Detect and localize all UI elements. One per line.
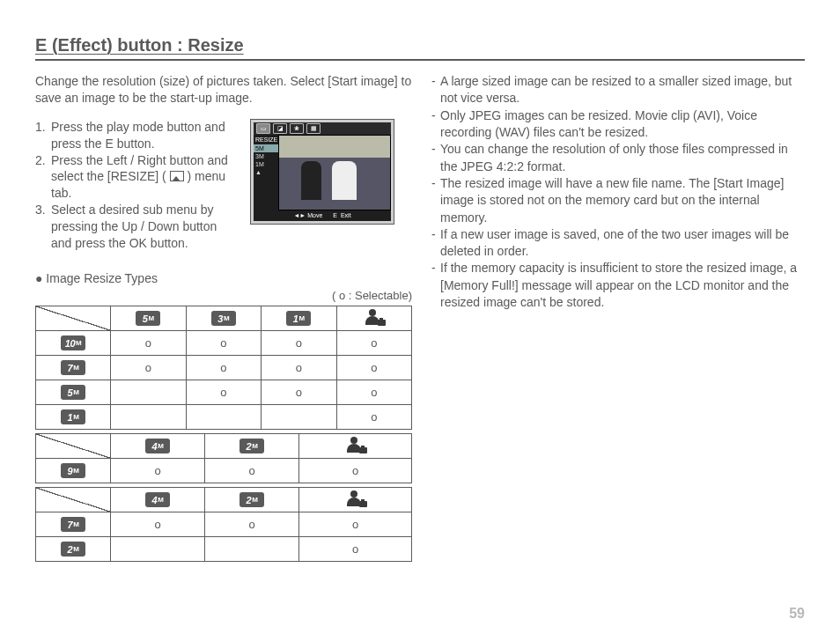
selectable-legend: ( o : Selectable) <box>35 289 412 302</box>
col-1m-icon: 1M <box>262 306 337 330</box>
col-start-image-icon <box>336 306 412 330</box>
table-cell <box>111 404 187 429</box>
col-2m-icon: 2M <box>205 487 299 512</box>
table-cell: o <box>262 330 337 355</box>
table-cell: o <box>111 355 187 380</box>
lcd-option: 1M <box>254 160 278 168</box>
table-cell: o <box>299 458 412 483</box>
col-start-image-icon <box>299 487 412 512</box>
lcd-tab-icon: ▦ <box>306 123 321 134</box>
page-number: 59 <box>789 606 805 622</box>
step-number: 2. <box>35 152 51 203</box>
col-4m-icon: 4M <box>111 487 205 512</box>
row-2m-icon: 2M <box>36 536 111 561</box>
step-text: Press the Left / Right button and select… <box>51 152 238 203</box>
table-cell: o <box>205 512 299 536</box>
table-cell <box>262 404 337 429</box>
table-cell: o <box>262 380 337 404</box>
row-10m-icon: 10M <box>36 330 111 355</box>
lcd-tab-icon: ◪ <box>273 123 287 134</box>
notes-list: -A large sized image can be resized to a… <box>431 73 805 311</box>
table-cell: o <box>299 512 412 536</box>
table-cell: o <box>186 330 262 355</box>
lcd-photo-preview <box>278 135 391 210</box>
step-3: 3. Select a desired sub menu by pressing… <box>35 202 238 252</box>
table-cell: o <box>111 330 187 355</box>
table-cell: o <box>336 404 412 429</box>
diagonal-cell <box>36 306 110 330</box>
note-item: -If the memory capacity is insufficient … <box>431 260 805 311</box>
lcd-option-person-icon: ▲ <box>254 168 278 176</box>
page-title: E (Effect) button : Resize <box>35 35 805 61</box>
table-cell <box>111 536 205 561</box>
row-1m-icon: 1M <box>36 404 111 429</box>
note-item: -A large sized image can be resized to a… <box>431 73 805 107</box>
row-7m-icon: 7M <box>36 512 111 536</box>
table-cell: o <box>336 380 412 404</box>
table-cell <box>111 380 187 404</box>
step-number: 3. <box>35 202 51 252</box>
lcd-option: 3M <box>254 152 278 160</box>
lcd-sidebar: RESIZE 5M 3M 1M ▲ <box>254 135 278 210</box>
step-text: Press the play mode button and press the… <box>51 119 238 152</box>
col-start-image-icon <box>299 433 412 458</box>
lcd-tab-icon: ❀ <box>290 123 304 134</box>
row-7m-icon: 7M <box>36 355 111 380</box>
row-5m-icon: 5M <box>36 380 111 404</box>
resize-icon <box>170 171 184 181</box>
lcd-mockup: ▭ ◪ ❀ ▦ RESIZE 5M 3M 1M ▲ ◄► Mo <box>250 119 394 225</box>
note-item: -If a new user image is saved, one of th… <box>431 226 805 261</box>
note-item: -You can change the resolution of only t… <box>431 141 805 175</box>
step-text: Select a desired sub menu by pressing th… <box>51 202 238 252</box>
table-cell: o <box>186 355 262 380</box>
col-5m-icon: 5M <box>111 306 187 330</box>
lcd-footer: ◄► Move E Exit <box>254 210 391 221</box>
lcd-footer-exit: Exit <box>341 212 351 218</box>
table-cell: o <box>299 536 412 561</box>
resize-table-1: 5M 3M 1M 10M o o o o 7M o o o o 5M <box>35 306 412 430</box>
table-cell <box>186 404 262 429</box>
note-item: -Only JPEG images can be resized. Movie … <box>431 107 805 142</box>
step-1: 1. Press the play mode button and press … <box>35 119 238 152</box>
lcd-top-tabs: ▭ ◪ ❀ ▦ <box>254 122 391 135</box>
table-cell: o <box>262 355 337 380</box>
lcd-tab-resize-icon: ▭ <box>256 123 270 134</box>
table-cell: o <box>111 512 205 536</box>
intro-text: Change the resolution (size) of pictures… <box>35 73 414 107</box>
resize-table-3: 4M 2M 7M o o o 2M o <box>35 487 412 562</box>
table-cell <box>205 536 299 561</box>
note-item: - The resized image will have a new file… <box>431 175 805 226</box>
lcd-footer-e: E <box>333 212 337 218</box>
table-cell: o <box>205 458 299 483</box>
table-cell: o <box>186 380 262 404</box>
col-3m-icon: 3M <box>186 306 262 330</box>
row-9m-icon: 9M <box>36 458 111 483</box>
resize-table-2: 4M 2M 9M o o o <box>35 433 412 483</box>
steps-list: 1. Press the play mode button and press … <box>35 119 238 252</box>
step-number: 1. <box>35 119 51 152</box>
table-cell: o <box>336 355 412 380</box>
step-2: 2. Press the Left / Right button and sel… <box>35 152 238 203</box>
lcd-option: 5M <box>254 144 278 152</box>
diagonal-cell <box>36 488 110 512</box>
diagonal-cell <box>36 434 110 458</box>
table-cell: o <box>336 330 412 355</box>
col-2m-icon: 2M <box>205 433 299 458</box>
col-4m-icon: 4M <box>111 433 205 458</box>
table-cell: o <box>111 458 205 483</box>
lcd-sidebar-header: RESIZE <box>254 135 278 144</box>
lcd-footer-move: Move <box>307 212 322 218</box>
resize-types-label: ● Image Resize Types <box>35 271 414 285</box>
